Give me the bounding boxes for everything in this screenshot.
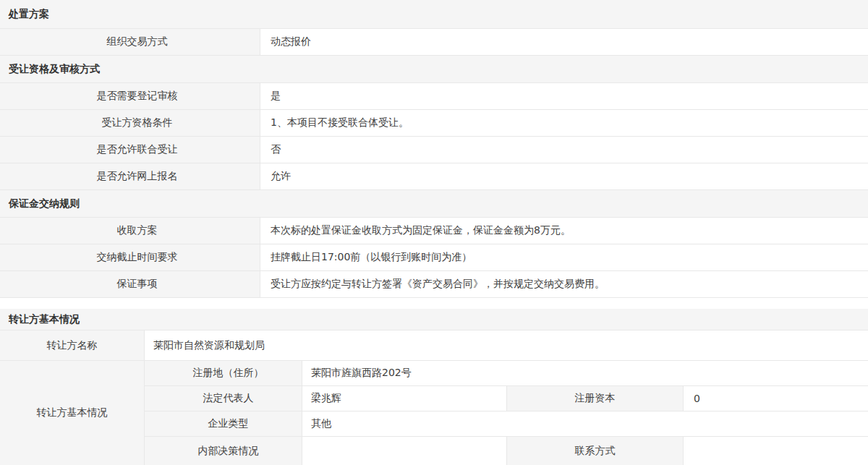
table-row: 交纳截止时间要求 挂牌截止日17:00前（以银行到账时间为准） xyxy=(0,244,868,271)
field-value: 动态报价 xyxy=(260,29,868,55)
field-value: 莱阳市自然资源和规划局 xyxy=(145,330,868,360)
field-label: 企业类型 xyxy=(145,411,302,436)
section-header-transferor: 转让方基本情况 xyxy=(0,309,868,330)
transferor-detail-block: 转让方基本情况 注册地（住所） 莱阳市旌旗西路202号 法定代表人 梁兆辉 注册… xyxy=(0,361,868,465)
field-value: 允许 xyxy=(260,163,868,189)
field-value: 其他 xyxy=(302,411,868,436)
field-value: 受让方应按约定与转让方签署《资产交易合同》，并按规定交纳交易费用。 xyxy=(260,271,868,297)
field-label: 转让方名称 xyxy=(0,330,145,360)
section-header-qualification: 受让资格及审核方式 xyxy=(0,56,868,83)
disposal-detail-page: 处置方案 组织交易方式 动态报价 受让资格及审核方式 是否需要登记审核 是 受让… xyxy=(0,0,868,465)
field-label: 联系方式 xyxy=(506,437,684,465)
section-title: 受让资格及审核方式 xyxy=(9,63,100,76)
field-value: 本次标的处置保证金收取方式为固定保证金，保证金金额为8万元。 xyxy=(260,218,868,244)
field-value: 梁兆辉 xyxy=(302,386,506,411)
field-value: 1、本项目不接受联合体受让。 xyxy=(260,110,868,136)
field-label: 是否允许网上报名 xyxy=(0,163,260,189)
field-label: 是否需要登记审核 xyxy=(0,83,260,109)
table-row: 内部决策情况 联系方式 xyxy=(145,437,868,465)
field-label: 保证事项 xyxy=(0,271,260,297)
field-label: 是否允许联合受让 xyxy=(0,137,260,163)
section-title: 转让方基本情况 xyxy=(9,313,80,326)
field-label: 组织交易方式 xyxy=(0,29,260,55)
table-row: 注册地（住所） 莱阳市旌旗西路202号 xyxy=(145,361,868,386)
field-label: 交纳截止时间要求 xyxy=(0,244,260,270)
field-label: 法定代表人 xyxy=(145,386,302,411)
field-label: 收取方案 xyxy=(0,218,260,244)
section-header-disposal-plan: 处置方案 xyxy=(0,0,868,29)
field-label: 受让方资格条件 xyxy=(0,110,260,136)
section-header-deposit-rules: 保证金交纳规则 xyxy=(0,190,868,218)
section-title: 保证金交纳规则 xyxy=(9,197,80,210)
table-row: 法定代表人 梁兆辉 注册资本 0 xyxy=(145,386,868,411)
field-value: 否 xyxy=(260,137,868,163)
field-value: 挂牌截止日17:00前（以银行到账时间为准） xyxy=(260,244,868,270)
table-row: 是否允许网上报名 允许 xyxy=(0,163,868,190)
nested-table: 注册地（住所） 莱阳市旌旗西路202号 法定代表人 梁兆辉 注册资本 0 企业类… xyxy=(145,361,868,465)
table-row: 是否允许联合受让 否 xyxy=(0,137,868,163)
field-value xyxy=(684,437,868,465)
field-label: 注册资本 xyxy=(506,386,684,411)
table-row: 企业类型 其他 xyxy=(145,411,868,437)
field-label: 内部决策情况 xyxy=(145,437,302,465)
section-gap xyxy=(0,298,868,309)
field-value: 是 xyxy=(260,83,868,109)
table-row: 转让方名称 莱阳市自然资源和规划局 xyxy=(0,330,868,361)
table-row: 收取方案 本次标的处置保证金收取方式为固定保证金，保证金金额为8万元。 xyxy=(0,218,868,244)
section-title: 处置方案 xyxy=(9,8,49,21)
field-label: 注册地（住所） xyxy=(145,361,302,385)
group-label: 转让方基本情况 xyxy=(0,361,145,465)
table-row: 受让方资格条件 1、本项目不接受联合体受让。 xyxy=(0,110,868,137)
table-row: 保证事项 受让方应按约定与转让方签署《资产交易合同》，并按规定交纳交易费用。 xyxy=(0,271,868,298)
field-value: 0 xyxy=(684,386,868,411)
field-value xyxy=(302,437,506,465)
table-row: 是否需要登记审核 是 xyxy=(0,83,868,110)
field-value: 莱阳市旌旗西路202号 xyxy=(302,361,868,385)
table-row: 组织交易方式 动态报价 xyxy=(0,29,868,56)
